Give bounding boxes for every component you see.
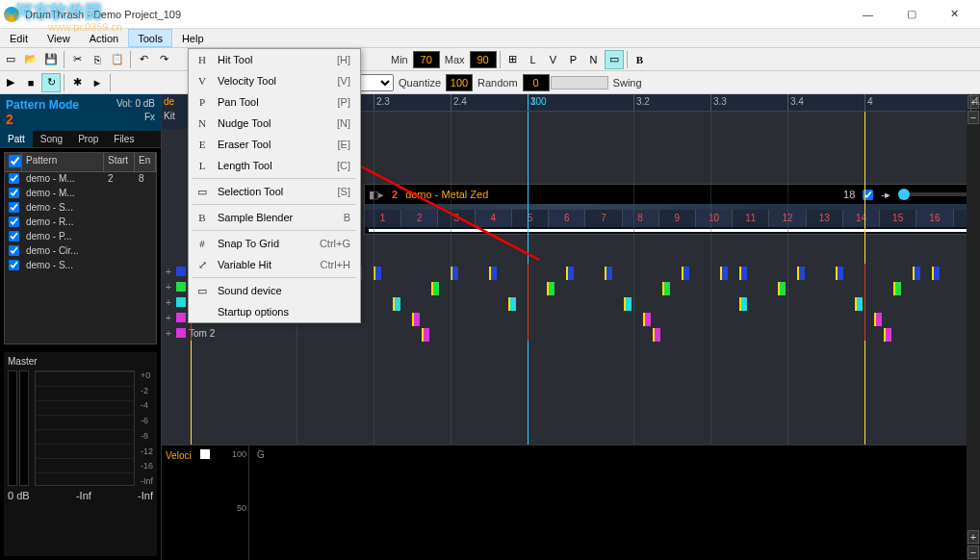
menu-tools[interactable]: Tools [128, 29, 172, 47]
zoom-out-v[interactable]: − [967, 111, 979, 124]
zoom-out-h[interactable]: − [967, 546, 979, 559]
pattern-row-chk[interactable] [9, 202, 19, 213]
play-button[interactable]: ▶ [1, 73, 20, 92]
hit[interactable] [393, 297, 400, 311]
pattern-row[interactable]: demo - S... [5, 201, 156, 216]
selection-icon[interactable]: ▭ [605, 50, 624, 69]
tools-menu-item[interactable]: LLength Tool[C] [189, 155, 360, 176]
pattern-row-chk[interactable] [9, 173, 19, 184]
hit[interactable] [374, 267, 381, 280]
pattern-row[interactable]: demo - P... [5, 230, 156, 244]
undo-button[interactable]: ↶ [134, 50, 153, 69]
hit-row[interactable] [258, 296, 967, 312]
hit[interactable] [662, 282, 670, 295]
tools-menu-item[interactable]: PPan Tool[P] [189, 91, 360, 113]
beat-cell[interactable]: 4 [476, 210, 512, 227]
random-input[interactable] [523, 74, 550, 91]
pattern-row-chk[interactable] [9, 188, 19, 198]
menu-help[interactable]: Help [172, 29, 214, 47]
pattern-mode-fx[interactable]: Fx [144, 112, 155, 122]
beat-cell[interactable]: 10 [696, 210, 733, 227]
hit[interactable] [913, 267, 920, 280]
hit[interactable] [547, 282, 554, 295]
tools-menu-item[interactable]: ▭Sound device [189, 280, 360, 301]
hit[interactable] [624, 297, 632, 311]
pattern-row[interactable]: demo - M... 2 8 [5, 172, 156, 187]
hit[interactable] [412, 313, 420, 326]
expand-icon[interactable]: + [164, 327, 173, 339]
pattern-checkall[interactable] [9, 155, 21, 167]
menu-action[interactable]: Action [80, 29, 129, 47]
hit[interactable] [451, 267, 458, 280]
hit[interactable] [489, 267, 497, 280]
beat-cell[interactable]: 15 [880, 210, 916, 227]
paste-button[interactable]: 📋 [108, 50, 127, 69]
velocity-graph[interactable]: G [248, 445, 967, 560]
hit-row[interactable] [258, 327, 967, 343]
pb-slider[interactable] [898, 192, 967, 196]
tab-prop[interactable]: Prop [70, 131, 106, 147]
expand-icon[interactable]: + [164, 266, 173, 277]
close-button[interactable]: ✕ [933, 1, 976, 28]
hit-row[interactable] [258, 312, 967, 327]
tool-b[interactable]: B [631, 50, 650, 69]
redo-button[interactable]: ↷ [154, 50, 173, 69]
hit[interactable] [682, 267, 689, 280]
ruler-marker[interactable]: 100 [528, 94, 547, 111]
expand-icon[interactable]: + [164, 312, 173, 323]
minimize-button[interactable]: — [846, 1, 890, 28]
beat-cell[interactable]: 16 [916, 210, 953, 227]
tools-menu-item[interactable]: ▭Selection Tool[S] [189, 181, 360, 202]
menu-edit[interactable]: Edit [0, 29, 38, 47]
pattern-row-chk[interactable] [9, 245, 19, 256]
tool-n[interactable]: N [584, 50, 604, 69]
beat-cell[interactable]: 14 [843, 210, 880, 227]
tools-menu-item[interactable]: ⤢Variable HitCtrl+H [189, 254, 360, 275]
tools-menu-item[interactable]: Startup options [189, 301, 360, 322]
hit[interactable] [431, 282, 439, 295]
right-scrollbar[interactable]: + − + − [967, 94, 980, 560]
pattern-block[interactable]: ◧▸ 2 demo - Metal Zed 18 -▸ ✕ 1234567891… [364, 184, 967, 235]
beat-cell[interactable]: 6 [549, 210, 585, 227]
hit[interactable] [797, 267, 805, 280]
hit[interactable] [720, 267, 728, 280]
hit-row[interactable] [258, 266, 967, 281]
tab-files[interactable]: Files [106, 131, 142, 147]
hit[interactable] [422, 328, 429, 342]
col-end[interactable]: En [135, 153, 156, 171]
beat-cell[interactable]: 9 [659, 210, 696, 227]
beat-cell[interactable]: 7 [585, 210, 622, 227]
beat-cell[interactable]: 3 [438, 210, 475, 227]
expand-icon[interactable]: + [164, 281, 173, 293]
quantize-input[interactable] [446, 74, 473, 91]
tool-v[interactable]: V [544, 50, 563, 69]
pattern-row[interactable]: demo - Cir... [5, 244, 156, 259]
hit[interactable] [739, 267, 747, 280]
tools-menu-item[interactable]: HHit Tool[H] [189, 49, 360, 70]
beat-cell[interactable]: 11 [733, 210, 769, 227]
beat-cell[interactable]: 17 [954, 210, 967, 227]
hit[interactable] [643, 313, 651, 326]
tools-menu-item[interactable]: #Snap To GridCtrl+G [189, 233, 360, 254]
min-input[interactable] [413, 51, 440, 68]
col-start[interactable]: Start [104, 153, 135, 171]
beat-cell[interactable]: 8 [623, 210, 659, 227]
tool-p[interactable]: P [564, 50, 583, 69]
copy-button[interactable]: ⎘ [88, 50, 107, 69]
pattern-row[interactable]: demo - M... [5, 187, 156, 201]
menu-view[interactable]: View [38, 29, 80, 47]
tools-menu-item[interactable]: BSample BlenderB [189, 207, 360, 228]
cut-button[interactable]: ✂ [67, 50, 87, 69]
pattern-row-chk[interactable] [9, 260, 19, 270]
tools-menu-item[interactable]: EEraser Tool[E] [189, 134, 360, 155]
tool-l[interactable]: L [524, 50, 543, 69]
expand-icon[interactable]: + [164, 296, 173, 308]
hit[interactable] [893, 282, 901, 295]
hit[interactable] [653, 328, 660, 342]
beat-cell[interactable]: 13 [807, 210, 843, 227]
velocity-swatch[interactable] [200, 449, 210, 459]
random-slider[interactable] [551, 76, 608, 89]
beat-cell[interactable]: 1 [365, 210, 401, 227]
hit[interactable] [932, 267, 940, 280]
pattern-row[interactable]: demo - S... [5, 259, 156, 273]
